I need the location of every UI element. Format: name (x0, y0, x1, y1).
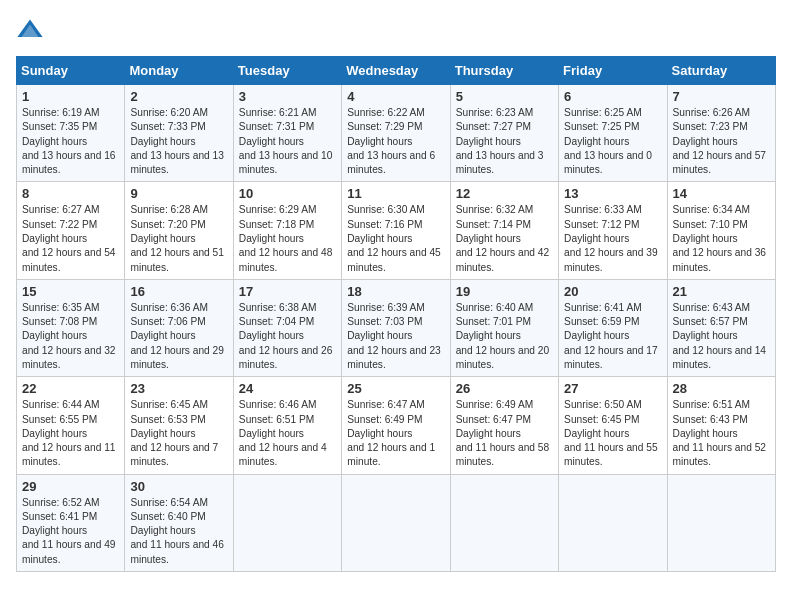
calendar-cell: 1 Sunrise: 6:19 AMSunset: 7:35 PMDayligh… (17, 85, 125, 182)
calendar-cell (667, 474, 775, 571)
cell-detail: Sunrise: 6:41 AMSunset: 6:59 PMDaylight … (564, 302, 657, 370)
day-number: 4 (347, 89, 444, 104)
day-number: 27 (564, 381, 661, 396)
calendar-cell: 21 Sunrise: 6:43 AMSunset: 6:57 PMDaylig… (667, 279, 775, 376)
cell-detail: Sunrise: 6:51 AMSunset: 6:43 PMDaylight … (673, 399, 766, 467)
day-number: 12 (456, 186, 553, 201)
cell-detail: Sunrise: 6:46 AMSunset: 6:51 PMDaylight … (239, 399, 327, 467)
calendar-cell: 20 Sunrise: 6:41 AMSunset: 6:59 PMDaylig… (559, 279, 667, 376)
cell-detail: Sunrise: 6:54 AMSunset: 6:40 PMDaylight … (130, 497, 223, 565)
cell-detail: Sunrise: 6:32 AMSunset: 7:14 PMDaylight … (456, 204, 549, 272)
day-header-sunday: Sunday (17, 57, 125, 85)
calendar-cell: 17 Sunrise: 6:38 AMSunset: 7:04 PMDaylig… (233, 279, 341, 376)
day-number: 1 (22, 89, 119, 104)
calendar-cell: 14 Sunrise: 6:34 AMSunset: 7:10 PMDaylig… (667, 182, 775, 279)
logo (16, 16, 48, 44)
calendar-cell: 30 Sunrise: 6:54 AMSunset: 6:40 PMDaylig… (125, 474, 233, 571)
day-number: 17 (239, 284, 336, 299)
day-number: 18 (347, 284, 444, 299)
cell-detail: Sunrise: 6:25 AMSunset: 7:25 PMDaylight … (564, 107, 652, 175)
day-number: 2 (130, 89, 227, 104)
day-number: 11 (347, 186, 444, 201)
day-number: 15 (22, 284, 119, 299)
cell-detail: Sunrise: 6:52 AMSunset: 6:41 PMDaylight … (22, 497, 115, 565)
cell-detail: Sunrise: 6:30 AMSunset: 7:16 PMDaylight … (347, 204, 440, 272)
calendar-cell (450, 474, 558, 571)
logo-icon (16, 16, 44, 44)
calendar-week-row: 15 Sunrise: 6:35 AMSunset: 7:08 PMDaylig… (17, 279, 776, 376)
cell-detail: Sunrise: 6:19 AMSunset: 7:35 PMDaylight … (22, 107, 115, 175)
calendar-cell: 5 Sunrise: 6:23 AMSunset: 7:27 PMDayligh… (450, 85, 558, 182)
calendar-cell: 25 Sunrise: 6:47 AMSunset: 6:49 PMDaylig… (342, 377, 450, 474)
calendar-cell: 11 Sunrise: 6:30 AMSunset: 7:16 PMDaylig… (342, 182, 450, 279)
day-number: 29 (22, 479, 119, 494)
day-number: 19 (456, 284, 553, 299)
cell-detail: Sunrise: 6:27 AMSunset: 7:22 PMDaylight … (22, 204, 115, 272)
cell-detail: Sunrise: 6:33 AMSunset: 7:12 PMDaylight … (564, 204, 657, 272)
page-header (16, 16, 776, 44)
day-number: 22 (22, 381, 119, 396)
calendar-table: SundayMondayTuesdayWednesdayThursdayFrid… (16, 56, 776, 572)
calendar-cell: 2 Sunrise: 6:20 AMSunset: 7:33 PMDayligh… (125, 85, 233, 182)
calendar-cell (342, 474, 450, 571)
day-header-monday: Monday (125, 57, 233, 85)
cell-detail: Sunrise: 6:38 AMSunset: 7:04 PMDaylight … (239, 302, 332, 370)
cell-detail: Sunrise: 6:43 AMSunset: 6:57 PMDaylight … (673, 302, 766, 370)
day-header-thursday: Thursday (450, 57, 558, 85)
calendar-cell: 10 Sunrise: 6:29 AMSunset: 7:18 PMDaylig… (233, 182, 341, 279)
calendar-header-row: SundayMondayTuesdayWednesdayThursdayFrid… (17, 57, 776, 85)
calendar-cell: 27 Sunrise: 6:50 AMSunset: 6:45 PMDaylig… (559, 377, 667, 474)
calendar-cell: 26 Sunrise: 6:49 AMSunset: 6:47 PMDaylig… (450, 377, 558, 474)
calendar-cell: 8 Sunrise: 6:27 AMSunset: 7:22 PMDayligh… (17, 182, 125, 279)
calendar-week-row: 8 Sunrise: 6:27 AMSunset: 7:22 PMDayligh… (17, 182, 776, 279)
cell-detail: Sunrise: 6:28 AMSunset: 7:20 PMDaylight … (130, 204, 223, 272)
day-number: 30 (130, 479, 227, 494)
cell-detail: Sunrise: 6:29 AMSunset: 7:18 PMDaylight … (239, 204, 332, 272)
calendar-cell: 3 Sunrise: 6:21 AMSunset: 7:31 PMDayligh… (233, 85, 341, 182)
cell-detail: Sunrise: 6:36 AMSunset: 7:06 PMDaylight … (130, 302, 223, 370)
calendar-week-row: 1 Sunrise: 6:19 AMSunset: 7:35 PMDayligh… (17, 85, 776, 182)
day-number: 24 (239, 381, 336, 396)
cell-detail: Sunrise: 6:22 AMSunset: 7:29 PMDaylight … (347, 107, 435, 175)
day-header-friday: Friday (559, 57, 667, 85)
calendar-cell: 4 Sunrise: 6:22 AMSunset: 7:29 PMDayligh… (342, 85, 450, 182)
calendar-cell: 18 Sunrise: 6:39 AMSunset: 7:03 PMDaylig… (342, 279, 450, 376)
calendar-cell: 19 Sunrise: 6:40 AMSunset: 7:01 PMDaylig… (450, 279, 558, 376)
cell-detail: Sunrise: 6:45 AMSunset: 6:53 PMDaylight … (130, 399, 218, 467)
day-number: 6 (564, 89, 661, 104)
day-number: 26 (456, 381, 553, 396)
calendar-cell: 29 Sunrise: 6:52 AMSunset: 6:41 PMDaylig… (17, 474, 125, 571)
calendar-cell: 28 Sunrise: 6:51 AMSunset: 6:43 PMDaylig… (667, 377, 775, 474)
calendar-cell: 22 Sunrise: 6:44 AMSunset: 6:55 PMDaylig… (17, 377, 125, 474)
day-number: 10 (239, 186, 336, 201)
day-number: 28 (673, 381, 770, 396)
calendar-cell: 15 Sunrise: 6:35 AMSunset: 7:08 PMDaylig… (17, 279, 125, 376)
calendar-week-row: 22 Sunrise: 6:44 AMSunset: 6:55 PMDaylig… (17, 377, 776, 474)
cell-detail: Sunrise: 6:44 AMSunset: 6:55 PMDaylight … (22, 399, 115, 467)
cell-detail: Sunrise: 6:26 AMSunset: 7:23 PMDaylight … (673, 107, 766, 175)
cell-detail: Sunrise: 6:50 AMSunset: 6:45 PMDaylight … (564, 399, 657, 467)
cell-detail: Sunrise: 6:20 AMSunset: 7:33 PMDaylight … (130, 107, 223, 175)
cell-detail: Sunrise: 6:35 AMSunset: 7:08 PMDaylight … (22, 302, 115, 370)
day-number: 21 (673, 284, 770, 299)
cell-detail: Sunrise: 6:23 AMSunset: 7:27 PMDaylight … (456, 107, 544, 175)
day-number: 25 (347, 381, 444, 396)
day-header-saturday: Saturday (667, 57, 775, 85)
day-number: 23 (130, 381, 227, 396)
calendar-week-row: 29 Sunrise: 6:52 AMSunset: 6:41 PMDaylig… (17, 474, 776, 571)
day-number: 9 (130, 186, 227, 201)
cell-detail: Sunrise: 6:47 AMSunset: 6:49 PMDaylight … (347, 399, 435, 467)
day-number: 14 (673, 186, 770, 201)
day-number: 20 (564, 284, 661, 299)
calendar-cell: 7 Sunrise: 6:26 AMSunset: 7:23 PMDayligh… (667, 85, 775, 182)
cell-detail: Sunrise: 6:34 AMSunset: 7:10 PMDaylight … (673, 204, 766, 272)
calendar-cell: 24 Sunrise: 6:46 AMSunset: 6:51 PMDaylig… (233, 377, 341, 474)
calendar-cell: 6 Sunrise: 6:25 AMSunset: 7:25 PMDayligh… (559, 85, 667, 182)
cell-detail: Sunrise: 6:49 AMSunset: 6:47 PMDaylight … (456, 399, 549, 467)
calendar-cell: 13 Sunrise: 6:33 AMSunset: 7:12 PMDaylig… (559, 182, 667, 279)
cell-detail: Sunrise: 6:21 AMSunset: 7:31 PMDaylight … (239, 107, 332, 175)
cell-detail: Sunrise: 6:39 AMSunset: 7:03 PMDaylight … (347, 302, 440, 370)
day-header-tuesday: Tuesday (233, 57, 341, 85)
day-number: 16 (130, 284, 227, 299)
calendar-cell: 9 Sunrise: 6:28 AMSunset: 7:20 PMDayligh… (125, 182, 233, 279)
